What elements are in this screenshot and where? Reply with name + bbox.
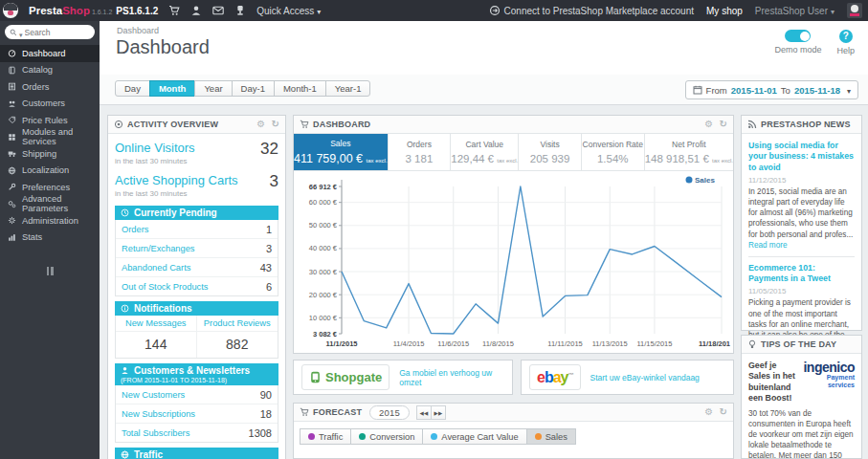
sidebar-item-administration[interactable]: Administration [0,212,100,230]
customer-icon[interactable] [190,5,202,16]
prestashop-logo[interactable] [3,3,18,18]
collapse-menu-icon[interactable] [0,267,100,275]
pending-orders-link[interactable]: Orders [122,225,148,234]
toggle-traffic[interactable]: Traffic [300,428,351,445]
brand-presta: Presta [29,5,62,16]
sidebar-item-customers[interactable]: Customers [0,96,100,113]
ingenico-logo-subtext: Payment services [802,374,855,390]
svg-text:30 000 €: 30 000 € [309,268,338,276]
kpi-label: Sales [330,139,350,148]
sidebar-item-modules[interactable]: Modules and Services [0,129,100,146]
svg-text:20 000 €: 20 000 € [309,291,338,299]
sidebar-item-label: Dashboard [22,49,65,58]
sidebar-item-label: Modules and Services [22,127,92,146]
caret-down-icon [844,85,851,96]
marketplace-link[interactable]: Connect to PrestaShop Marketplace accoun… [489,5,694,16]
range-day-1-button[interactable]: Day-1 [232,80,275,97]
range-year-1-button[interactable]: Year-1 [325,80,371,97]
cart-icon[interactable] [168,5,180,16]
gear-icon[interactable]: ⚙ [704,407,713,417]
sidebar-item-preferences[interactable]: Preferences [0,179,100,196]
svg-text:11/6/2015: 11/6/2015 [437,339,469,348]
traffic-dot-icon [308,433,315,440]
product-reviews-link[interactable]: Product Reviews [197,316,278,332]
trophy-icon[interactable] [234,5,246,16]
pending-row: Out of Stock Products 6 [116,277,278,295]
demo-mode-toggle[interactable] [785,30,811,42]
kpi-value: 205 939 [530,153,570,164]
refresh-icon[interactable]: ↻ [271,120,279,129]
total-subscribers-value: 1308 [249,427,272,439]
toggle-label: Sales [545,432,568,442]
range-year-button[interactable]: Year [194,80,232,97]
my-shop-link[interactable]: My shop [706,6,743,16]
online-visitors-sub: in the last 30 minutes [115,157,278,165]
date-range-picker[interactable]: From 2015-11-01 To 2015-11-18 [685,80,858,99]
tip-headline: Geef je Sales in het buitenland een Boos… [748,361,798,404]
kpi-conversion-rate[interactable]: Conversion Rate 1.54% [582,134,645,170]
customers-newsletters-header: Customers & Newsletters (FROM 2015-11-01… [115,363,278,385]
return-exchanges-link[interactable]: Return/Exchanges [122,244,195,253]
abandoned-carts-link[interactable]: Abandoned Carts [122,263,190,273]
trademark-symbol: ™ [568,371,573,377]
notifications-header: Notifications [115,301,278,316]
sidebar-item-shipping[interactable]: Shipping [0,145,100,163]
refresh-icon[interactable]: ↻ [719,120,727,129]
range-month-button[interactable]: Month [149,80,196,97]
messages-icon[interactable] [212,5,224,16]
sidebar-item-catalog[interactable]: Catalog [0,62,100,79]
toggle-label: Traffic [319,432,343,442]
cart-icon [300,407,309,417]
next-year-button[interactable]: ▶▶ [431,405,446,420]
news-item-title[interactable]: Ecommerce 101: Payments in a Tweet [748,263,855,285]
ebay-link[interactable]: Start uw eBay-winkel vandaag [590,373,700,382]
toggle-average-cart-value[interactable]: Average Cart Value [422,428,526,445]
new-customers-link[interactable]: New Customers [122,390,185,400]
help-icon[interactable] [839,30,853,43]
kpi-cart-value[interactable]: Cart Value 129,44 € tax excl. [451,134,519,170]
section-title: Currently Pending [134,208,217,218]
search-input[interactable] [25,28,82,37]
gear-icon[interactable]: ⚙ [704,120,713,129]
out-of-stock-link[interactable]: Out of Stock Products [122,282,208,292]
breadcrumb[interactable]: Dashboard [117,26,159,35]
news-item-title[interactable]: Using social media for your business: 4 … [748,141,855,173]
new-subscriptions-link[interactable]: New Subscriptions [122,409,195,419]
sidebar-item-dashboard[interactable]: Dashboard [0,45,100,62]
sidebar-item-orders[interactable]: Orders [0,78,100,96]
kpi-net-profit[interactable]: Net Profit 148 918,51 € tax excl. [645,134,733,170]
sidebar-item-localization[interactable]: Localization [0,163,100,180]
refresh-icon[interactable]: ↻ [719,407,727,417]
total-subscribers-link[interactable]: Total Subscribers [122,428,189,438]
previous-year-button[interactable]: ◀◀ [416,405,432,420]
shop-code[interactable]: PS1.6.1.2 [116,6,158,16]
kpi-sales[interactable]: Sales 411 759,00 € tax excl. [294,134,389,170]
sidebar-item-stats[interactable]: Stats [0,230,100,247]
read-more-link[interactable]: Read more [748,241,788,250]
search-scope-caret-icon[interactable] [19,24,23,41]
online-visitors-link[interactable]: Online Visitors [115,141,195,155]
gear-icon[interactable]: ⚙ [256,120,265,129]
sidebar-item-advanced-parameters[interactable]: Advanced Parameters [0,196,100,213]
active-carts-link[interactable]: Active Shopping Carts [115,173,238,187]
quick-access-menu[interactable]: Quick Access [256,6,321,16]
user-menu[interactable]: PrestaShop User [755,6,835,16]
sidebar-search[interactable] [5,25,95,39]
toggle-conversion[interactable]: Conversion [350,428,423,445]
section-subtitle: (FROM 2015-11-01 TO 2015-11-18) [121,377,273,383]
panel-title: TIPS OF THE DAY [761,339,836,349]
brand: PrestaShop 1.6.1.2 PS1.6.1.2 [29,5,158,16]
svg-text:66 912 €: 66 912 € [309,183,338,191]
range-month-1-button[interactable]: Month-1 [274,80,326,97]
kpi-orders[interactable]: Orders 3 181 [389,134,452,170]
shopgate-link[interactable]: Ga mobiel en verhoog uw omzet [399,368,504,387]
active-carts-sub: in the last 30 minutes [115,189,278,198]
page-header: Dashboard Dashboard Demo mode Help [100,21,868,75]
avatar[interactable] [847,3,862,18]
range-day-button[interactable]: Day [115,80,150,97]
svg-text:11/11/2015: 11/11/2015 [547,339,582,348]
toggle-sales[interactable]: Sales [526,428,576,445]
new-messages-link[interactable]: New Messages [116,316,197,332]
kpi-visits[interactable]: Visits 205 939 [519,134,582,170]
sidebar-item-price-rules[interactable]: Price Rules [0,112,100,129]
